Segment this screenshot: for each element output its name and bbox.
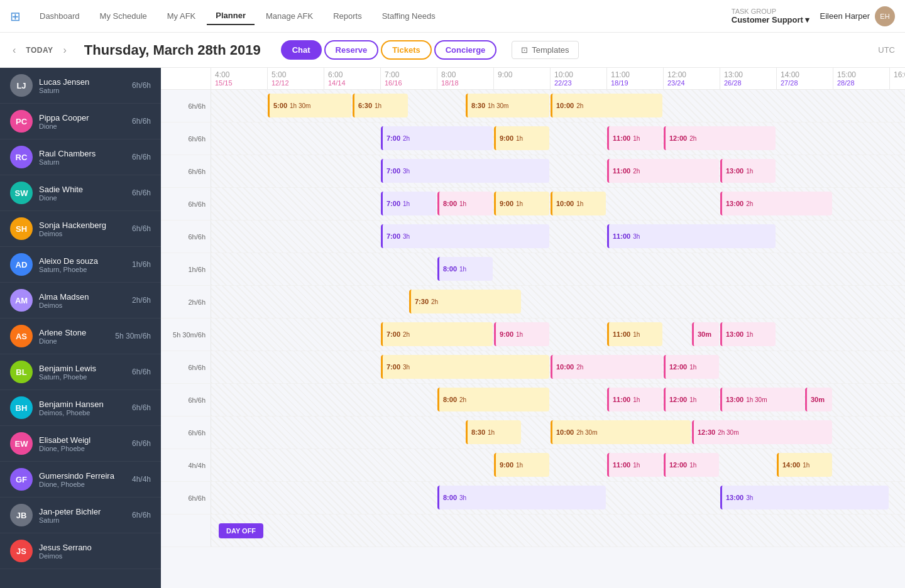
nav-myschedule[interactable]: My Schedule <box>91 8 156 24</box>
schedule-block[interactable]: 10:002h 30m <box>551 420 691 444</box>
schedule-block[interactable]: 30m <box>805 388 832 411</box>
agent-avatar: AS <box>10 325 33 347</box>
row-hours: 6h/6h <box>161 416 211 449</box>
schedule-block[interactable]: 12:001h <box>664 453 719 477</box>
nav-dashboard[interactable]: Dashboard <box>31 8 89 24</box>
nav-planner[interactable]: Planner <box>207 7 255 25</box>
day-off-button[interactable]: DAY OFF <box>219 523 263 538</box>
sidebar-item[interactable]: AD Aleixo De souza Saturn, Phoebe 1h/6h <box>0 247 161 283</box>
sidebar-item[interactable]: SW Sadie White Dione 6h/6h <box>0 175 161 211</box>
schedule-block[interactable]: 11:001h <box>607 322 662 346</box>
schedule-block[interactable]: 11:001h <box>607 126 662 150</box>
schedule-block[interactable]: 7:001h <box>381 192 436 215</box>
schedule-block[interactable]: 9:001h <box>494 192 549 215</box>
schedule-block[interactable]: 8:002h <box>437 388 549 411</box>
schedule-block[interactable]: 8:003h <box>437 486 606 509</box>
block-time: 13:00 <box>726 396 743 403</box>
sidebar-item[interactable]: AM Alma Madsen Deimos 2h/6h <box>0 283 161 318</box>
block-dur: 2h <box>431 298 438 305</box>
row-content: 8:001h <box>211 253 905 285</box>
time-col-header: 16:00 <box>890 68 905 89</box>
sidebar-item[interactable]: EW Elisabet Weigl Dione, Phoebe 6h/6h <box>0 426 161 462</box>
schedule-block[interactable]: 12:001h <box>664 388 719 411</box>
prev-btn[interactable]: ‹ <box>10 42 18 58</box>
sidebar-item[interactable]: GF Gumersindo Ferreira Dione, Phoebe 4h/… <box>0 462 161 498</box>
schedule-block[interactable]: 10:001h <box>551 192 606 215</box>
task-group-label: TASK GROUP <box>732 8 810 15</box>
next-btn[interactable]: › <box>61 42 69 58</box>
sidebar-item[interactable]: JS Jesus Serrano Deimos <box>0 533 161 569</box>
date-nav: ‹ TODAY › <box>10 42 69 58</box>
block-time: 5:00 <box>273 102 287 109</box>
nav-reports[interactable]: Reports <box>324 8 371 24</box>
time-col-header: 6:0014/14 <box>324 68 381 89</box>
block-time: 9:00 <box>500 330 513 338</box>
block-time: 9:00 <box>500 461 513 469</box>
time-label: 14:00 <box>781 70 829 79</box>
schedule-block[interactable]: 9:001h <box>494 453 549 477</box>
tab-chat[interactable]: Chat <box>281 40 322 60</box>
schedule-block[interactable]: 13:003h <box>720 486 889 509</box>
schedule-block[interactable]: 13:002h <box>720 192 832 215</box>
schedule-block[interactable]: 11:002h <box>607 159 719 183</box>
schedule-block[interactable]: 8:001h <box>437 192 493 215</box>
schedule-block[interactable]: 11:003h <box>607 224 776 248</box>
schedule-block[interactable]: 11:001h <box>607 453 662 477</box>
schedule-block[interactable]: 12:002h <box>664 126 776 150</box>
schedule-block[interactable]: 11:001h <box>607 388 662 411</box>
schedule-block[interactable]: 12:001h <box>664 355 719 379</box>
schedule-block[interactable]: 13:001h <box>720 322 776 346</box>
schedule-block[interactable]: 30m <box>692 322 719 346</box>
schedule-block[interactable]: 7:002h <box>381 126 493 150</box>
schedule-block[interactable]: 9:001h <box>494 322 549 346</box>
tab-concierge[interactable]: Concierge <box>434 40 497 60</box>
schedule-block[interactable]: 6:301h <box>353 94 408 117</box>
agent-team: Deimos <box>39 230 126 237</box>
schedule-block[interactable]: 14:001h <box>777 453 832 477</box>
agent-info: Aleixo De souza Saturn, Phoebe <box>39 256 126 273</box>
schedule-block[interactable]: 8:301h <box>466 420 521 444</box>
schedule-block[interactable]: 7:302h <box>409 290 521 313</box>
schedule-block[interactable]: 9:001h <box>494 126 549 150</box>
sidebar-item[interactable]: BL Benjamin Lewis Saturn, Phoebe 6h/6h <box>0 354 161 390</box>
schedule-block[interactable]: 7:003h <box>381 224 549 248</box>
schedule-block[interactable]: 13:001h <box>720 159 776 183</box>
tab-tickets[interactable]: Tickets <box>381 40 432 60</box>
block-dur: 3h <box>403 233 410 240</box>
block-time: 11:00 <box>613 461 630 469</box>
schedule-block[interactable]: 7:002h <box>381 322 493 346</box>
schedule-block[interactable]: 7:003h <box>381 159 549 183</box>
schedule-block[interactable]: 10:002h <box>551 355 662 379</box>
sidebar-item[interactable]: LJ Lucas Jensen Saturn 6h/6h <box>0 68 161 104</box>
schedule-block[interactable]: 7:003h <box>381 355 549 379</box>
schedule-block[interactable]: 8:301h 30m <box>466 94 549 117</box>
agent-hours: 2h/6h <box>132 296 151 305</box>
schedule-block[interactable]: 5:001h 30m <box>268 94 351 117</box>
schedule-block[interactable]: 12:302h 30m <box>692 420 832 444</box>
agent-hours: 6h/6h <box>132 224 151 233</box>
sidebar-item[interactable]: RC Raul Chambers Saturn 6h/6h <box>0 139 161 175</box>
agent-info: Gumersindo Ferreira Dione, Phoebe <box>39 471 126 488</box>
sidebar-item[interactable]: PC Pippa Cooper Dione 6h/6h <box>0 104 161 139</box>
grid-row: 6h/6h7:003h11:003h <box>161 220 905 253</box>
block-time: 7:00 <box>387 232 400 240</box>
sidebar-item[interactable]: AS Arlene Stone Dione 5h 30m/6h <box>0 318 161 354</box>
row-hours: 6h/6h <box>161 188 211 220</box>
schedule-block[interactable]: 8:001h <box>437 257 493 281</box>
sidebar-item[interactable]: BH Benjamin Hansen Deimos, Phoebe 6h/6h <box>0 390 161 426</box>
time-count: 16/16 <box>385 79 433 87</box>
tab-reserve[interactable]: Reserve <box>324 40 379 60</box>
row-hours: 6h/6h <box>161 351 211 383</box>
task-group-name[interactable]: Customer Support ▾ <box>732 15 810 24</box>
today-btn[interactable]: TODAY <box>22 43 57 57</box>
sidebar-item[interactable]: JB Jan-peter Bichler Saturn 6h/6h <box>0 498 161 533</box>
nav-staffingneeds[interactable]: Staffing Needs <box>373 8 444 24</box>
agent-name: Arlene Stone <box>39 328 109 337</box>
nav-myafk[interactable]: My AFK <box>158 8 205 24</box>
templates-btn[interactable]: ⊡ Templates <box>512 41 578 59</box>
schedule-block[interactable]: 10:002h <box>551 94 662 117</box>
schedule-block[interactable]: 13:001h 30m <box>720 388 804 411</box>
block-time: 8:00 <box>443 494 457 501</box>
nav-manageafk[interactable]: Manage AFK <box>257 8 322 24</box>
sidebar-item[interactable]: SH Sonja Hackenberg Deimos 6h/6h <box>0 211 161 247</box>
